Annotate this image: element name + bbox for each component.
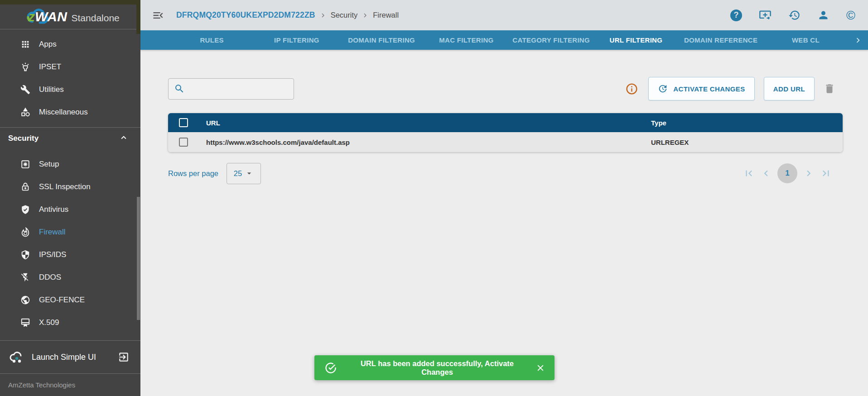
flash-off-icon — [20, 272, 31, 283]
rows-per-page-value: 25 — [234, 169, 242, 178]
breadcrumb-security: Security — [331, 11, 358, 19]
activate-changes-button[interactable]: ACTIVATE CHANGES — [648, 77, 755, 100]
shield-half-icon — [20, 249, 31, 260]
add-url-button[interactable]: ADD URL — [764, 77, 815, 100]
sidebar: zWANStandalone Apps IPSET Utilities Misc… — [0, 0, 140, 396]
sidebar-item-antivirus[interactable]: Antivirus — [0, 198, 140, 221]
sidebar-security-nav: Setup SSL Inspection Antivirus Firewall … — [0, 149, 140, 338]
help-icon[interactable]: ? — [730, 10, 742, 21]
launch-simple-ui-label: Launch Simple UI — [32, 353, 96, 362]
sidebar-item-geo-fence[interactable]: GEO-FENCE — [0, 289, 140, 311]
shield-check-icon — [20, 204, 31, 215]
delete-icon[interactable] — [824, 83, 835, 95]
shapes-icon — [20, 107, 31, 118]
row-checkbox[interactable] — [179, 138, 188, 147]
highlighter-icon — [20, 62, 31, 72]
firewall-tabbar: RULES IP FILTERING DOMAIN FILTERING MAC … — [140, 30, 868, 50]
sidebar-item-label: X.509 — [39, 318, 59, 327]
copyright-icon[interactable]: © — [846, 10, 855, 21]
info-icon[interactable] — [625, 82, 638, 95]
menu-collapse-icon[interactable] — [152, 9, 164, 22]
launch-simple-ui-button[interactable]: Launch Simple UI — [0, 341, 140, 373]
sidebar-item-miscellaneous[interactable]: Miscellaneous — [0, 101, 140, 124]
remote-screen-icon[interactable] — [759, 9, 772, 22]
sidebar-item-label: SSL Inspection — [39, 182, 91, 191]
pagination-row: Rows per page 25 1 — [168, 162, 843, 184]
tab-mac-filtering[interactable]: MAC FILTERING — [424, 36, 509, 44]
app-window: zWANStandalone Apps IPSET Utilities Misc… — [0, 0, 868, 396]
toolbar-row: ACTIVATE CHANGES ADD URL — [168, 77, 843, 100]
tab-web-cl[interactable]: WEB CL — [763, 36, 848, 44]
logo-z: z — [28, 9, 35, 24]
sidebar-item-ips-ids[interactable]: IPS/IDS — [0, 243, 140, 266]
tab-ip-filtering[interactable]: IP FILTERING — [254, 36, 339, 44]
vendor-name: AmZetta Technologies — [8, 381, 75, 389]
breadcrumb-page: Firewall — [373, 11, 399, 19]
cloud-network-icon — [9, 350, 24, 364]
sidebar-item-label: Apps — [39, 40, 57, 49]
search-input[interactable] — [188, 85, 289, 93]
logo-wan: WAN — [35, 9, 68, 24]
sidebar-section-security[interactable]: Security — [0, 128, 140, 149]
sidebar-item-label: Firewall — [39, 228, 66, 237]
rows-per-page-label: Rows per page — [168, 169, 218, 178]
logo-mode: Standalone — [72, 13, 120, 23]
sidebar-item-label: Antivirus — [39, 205, 68, 214]
first-page-icon[interactable] — [743, 167, 755, 179]
url-table: URL Type https://www.w3schools.com/java/… — [168, 113, 843, 152]
tab-domain-filtering[interactable]: DOMAIN FILTERING — [339, 36, 424, 44]
sidebar-top-strip — [0, 0, 140, 5]
check-circle-icon — [324, 362, 337, 374]
current-page-button[interactable]: 1 — [777, 163, 797, 183]
update-icon — [658, 84, 668, 94]
close-icon[interactable] — [535, 363, 545, 373]
previous-page-icon[interactable] — [760, 167, 772, 179]
main-column: DFRQMQ20TY60UKEXPD2DM722ZB Security Fire… — [140, 0, 868, 396]
tab-category-filtering[interactable]: CATEGORY FILTERING — [509, 36, 593, 44]
tab-domain-reference[interactable]: DOMAIN REFERENCE — [679, 36, 763, 44]
search-box[interactable] — [168, 78, 294, 100]
sidebar-item-ipset[interactable]: IPSET — [0, 56, 140, 78]
next-page-icon[interactable] — [803, 167, 815, 179]
topbar: DFRQMQ20TY60UKEXPD2DM722ZB Security Fire… — [140, 0, 868, 30]
sidebar-item-label: Miscellaneous — [39, 108, 88, 117]
sidebar-item-label: DDOS — [39, 273, 61, 282]
table-header-row: URL Type — [168, 113, 843, 132]
sidebar-item-apps[interactable]: Apps — [0, 33, 140, 56]
sidebar-item-ddos[interactable]: DDOS — [0, 266, 140, 289]
breadcrumb-device-id[interactable]: DFRQMQ20TY60UKEXPD2DM722ZB — [176, 10, 315, 20]
sidebar-item-label: GEO-FENCE — [39, 296, 85, 305]
search-icon — [174, 83, 185, 94]
chevron-right-icon — [361, 11, 369, 19]
last-page-icon[interactable] — [820, 167, 832, 179]
chevron-right-icon — [319, 11, 327, 19]
table-row[interactable]: https://www.w3schools.com/java/default.a… — [168, 132, 843, 152]
sidebar-item-label: IPS/IDS — [39, 250, 66, 259]
sidebar-item-setup[interactable]: Setup — [0, 153, 140, 176]
wrench-icon — [20, 84, 31, 95]
sidebar-item-utilities[interactable]: Utilities — [0, 78, 140, 101]
column-header-type: Type — [651, 119, 843, 127]
app-title: zWANStandalone — [28, 9, 120, 24]
account-icon[interactable] — [817, 9, 829, 21]
pagination-controls: 1 — [743, 163, 832, 183]
dropdown-caret-icon — [245, 169, 254, 178]
sidebar-item-ssl-inspection[interactable]: SSL Inspection — [0, 176, 140, 198]
rows-per-page-select[interactable]: 25 — [227, 163, 261, 184]
url-filtering-content: ACTIVATE CHANGES ADD URL URL Type https:… — [140, 50, 868, 396]
tab-scroll-right-icon[interactable] — [848, 35, 868, 45]
flame-icon — [20, 227, 31, 238]
sidebar-item-x509[interactable]: X.509 — [0, 311, 140, 334]
tab-url-filtering[interactable]: URL FILTERING — [593, 36, 678, 44]
history-icon[interactable] — [788, 9, 800, 21]
tab-rules[interactable]: RULES — [169, 36, 254, 44]
activate-changes-label: ACTIVATE CHANGES — [673, 85, 745, 93]
select-all-checkbox[interactable] — [179, 118, 188, 127]
topbar-icons: ? © — [730, 9, 855, 22]
lock-plus-icon — [20, 181, 31, 192]
sidebar-item-firewall[interactable]: Firewall — [0, 221, 140, 243]
row-type-value: URLREGEX — [651, 138, 843, 146]
toast-message: URL has been added successfully, Activat… — [345, 359, 529, 377]
vendor-footer: AmZetta Technologies — [0, 373, 140, 396]
sidebar-scrollbar[interactable] — [137, 197, 140, 320]
